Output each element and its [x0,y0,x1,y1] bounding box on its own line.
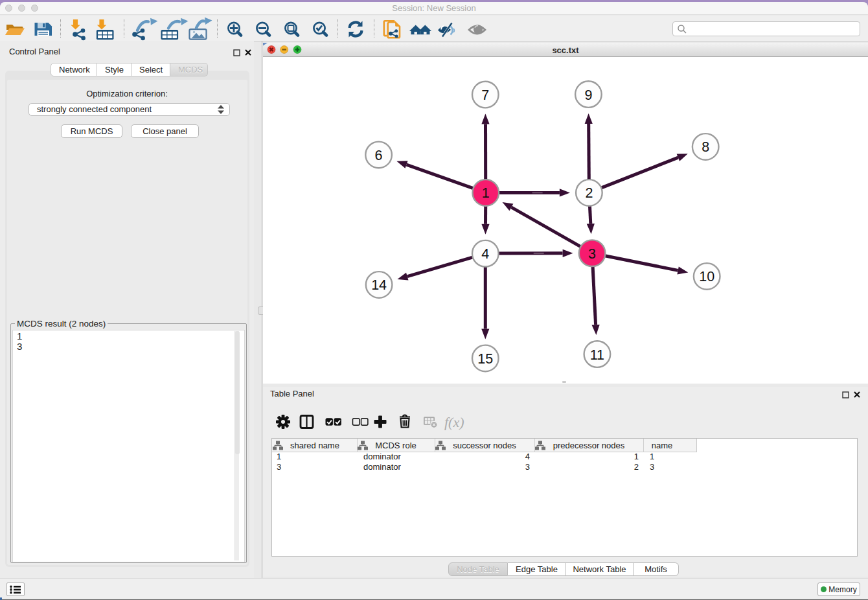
svg-text:f(x): f(x) [444,414,464,430]
svg-text:name: name [652,441,673,450]
svg-text:2: 2 [585,185,593,201]
svg-text:successor nodes: successor nodes [453,441,516,450]
svg-text:shared name: shared name [290,441,339,450]
svg-text:14: 14 [371,277,387,293]
svg-text:10: 10 [699,269,714,284]
svg-text:15: 15 [477,351,493,367]
svg-text:MCDS role: MCDS role [375,441,417,450]
svg-text:7: 7 [481,87,489,103]
svg-text:8: 8 [702,139,709,155]
svg-text:9: 9 [584,87,592,103]
svg-text:4: 4 [481,246,489,262]
svg-text:3: 3 [588,246,596,262]
svg-text:1: 1 [482,185,490,201]
svg-text:predecessor nodes: predecessor nodes [553,441,625,450]
svg-text:6: 6 [375,148,383,163]
svg-text:11: 11 [590,347,604,363]
